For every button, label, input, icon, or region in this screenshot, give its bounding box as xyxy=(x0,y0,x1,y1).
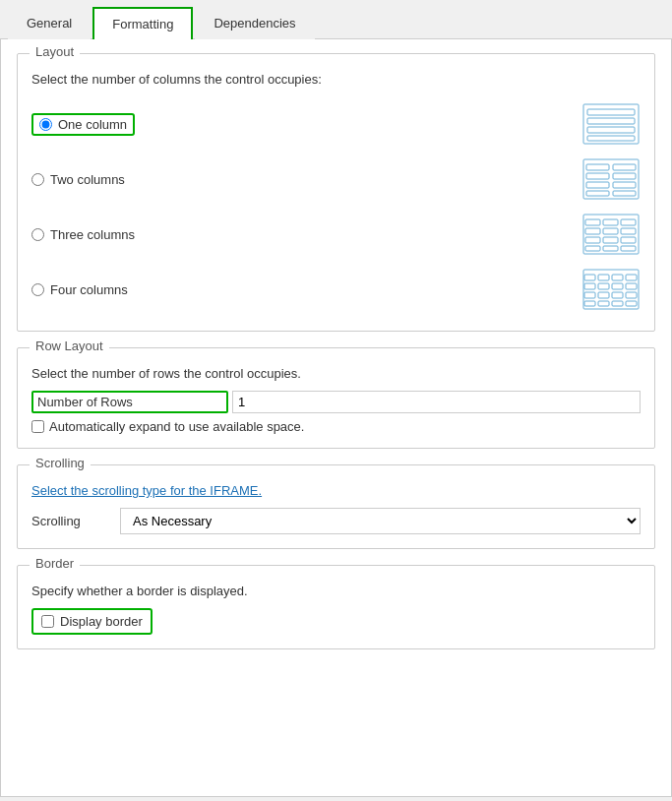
number-of-rows-label: Number of Rows xyxy=(37,395,133,409)
two-columns-option[interactable]: Two columns xyxy=(31,172,125,187)
svg-rect-26 xyxy=(621,246,636,251)
svg-rect-17 xyxy=(621,219,636,225)
scrolling-section-title: Scrolling xyxy=(30,456,91,470)
one-column-label[interactable]: One column xyxy=(58,117,127,132)
svg-rect-35 xyxy=(626,283,637,289)
four-columns-option[interactable]: Four columns xyxy=(31,282,128,297)
scrolling-select[interactable]: As Necessary Always Never xyxy=(120,508,641,534)
auto-expand-label[interactable]: Automatically expand to use available sp… xyxy=(49,419,304,434)
svg-rect-15 xyxy=(585,219,600,225)
number-of-rows-input[interactable] xyxy=(232,391,641,413)
svg-rect-16 xyxy=(603,219,618,225)
three-columns-option[interactable]: Three columns xyxy=(31,227,135,242)
svg-rect-31 xyxy=(626,275,637,280)
border-section-title: Border xyxy=(30,556,80,571)
layout-description: Select the number of columns the control… xyxy=(31,72,641,87)
display-border-checkbox[interactable] xyxy=(41,615,54,628)
scrolling-description: Select the scrolling type for the IFRAME… xyxy=(31,483,641,498)
one-column-radio[interactable] xyxy=(39,118,52,131)
svg-rect-22 xyxy=(603,237,618,243)
svg-rect-10 xyxy=(586,182,609,188)
number-of-rows-cell: Number of Rows xyxy=(31,391,228,413)
layout-row-four: Four columns xyxy=(31,262,641,317)
four-columns-radio[interactable] xyxy=(31,283,44,296)
svg-rect-34 xyxy=(612,283,623,289)
svg-rect-11 xyxy=(613,182,636,188)
svg-rect-29 xyxy=(598,275,609,280)
svg-rect-25 xyxy=(603,246,618,251)
svg-rect-38 xyxy=(612,292,623,298)
svg-rect-2 xyxy=(587,118,635,124)
scrolling-row: Scrolling As Necessary Always Never xyxy=(31,508,641,534)
svg-rect-20 xyxy=(621,228,636,234)
svg-rect-9 xyxy=(613,173,636,179)
layout-row-one: One column xyxy=(31,96,641,152)
border-section: Border Specify whether a border is displ… xyxy=(17,565,655,649)
scrolling-label: Scrolling xyxy=(31,514,110,528)
svg-rect-1 xyxy=(587,109,635,115)
layout-section: Layout Select the number of columns the … xyxy=(17,53,655,332)
two-columns-radio[interactable] xyxy=(31,173,44,186)
auto-expand-row: Automatically expand to use available sp… xyxy=(31,419,641,434)
scrolling-section: Scrolling Select the scrolling type for … xyxy=(17,464,655,549)
svg-rect-30 xyxy=(612,275,623,280)
svg-rect-32 xyxy=(584,283,595,289)
svg-rect-12 xyxy=(586,191,609,196)
border-description: Specify whether a border is displayed. xyxy=(31,584,641,598)
svg-rect-6 xyxy=(586,164,609,170)
row-layout-description: Select the number of rows the control oc… xyxy=(31,366,641,381)
one-column-grid-icon xyxy=(581,102,641,146)
layout-section-title: Layout xyxy=(30,44,80,59)
one-column-option[interactable]: One column xyxy=(31,113,135,136)
three-columns-radio[interactable] xyxy=(31,228,44,241)
four-columns-label[interactable]: Four columns xyxy=(50,282,128,297)
layout-row-two: Two columns xyxy=(31,152,641,207)
svg-rect-37 xyxy=(598,292,609,298)
display-border-row: Display border xyxy=(31,608,153,635)
tab-dependencies[interactable]: Dependencies xyxy=(195,7,314,39)
svg-rect-4 xyxy=(587,136,635,141)
layout-row-three: Three columns xyxy=(31,207,641,262)
auto-expand-checkbox[interactable] xyxy=(31,420,44,433)
svg-rect-19 xyxy=(603,228,618,234)
svg-rect-36 xyxy=(584,292,595,298)
svg-rect-33 xyxy=(598,283,609,289)
svg-rect-42 xyxy=(612,301,623,306)
four-columns-grid-icon xyxy=(581,268,641,311)
two-columns-grid-icon xyxy=(581,157,641,201)
svg-rect-23 xyxy=(621,237,636,243)
svg-rect-13 xyxy=(613,191,636,196)
svg-rect-40 xyxy=(584,301,595,306)
svg-rect-28 xyxy=(584,275,595,280)
two-columns-label[interactable]: Two columns xyxy=(50,172,125,187)
three-columns-label[interactable]: Three columns xyxy=(50,227,135,242)
row-layout-table: Number of Rows xyxy=(31,391,641,413)
main-content: Layout Select the number of columns the … xyxy=(0,39,672,797)
svg-rect-41 xyxy=(598,301,609,306)
row-layout-section: Row Layout Select the number of rows the… xyxy=(17,347,655,449)
svg-rect-21 xyxy=(585,237,600,243)
svg-rect-18 xyxy=(585,228,600,234)
tab-bar: General Formatting Dependencies xyxy=(0,0,672,39)
svg-rect-43 xyxy=(626,301,637,306)
layout-options: One column Two columns xyxy=(31,96,641,317)
tab-formatting[interactable]: Formatting xyxy=(92,7,193,39)
svg-rect-7 xyxy=(613,164,636,170)
row-layout-section-title: Row Layout xyxy=(30,339,109,353)
svg-rect-24 xyxy=(585,246,600,251)
tab-general[interactable]: General xyxy=(8,7,91,39)
display-border-label[interactable]: Display border xyxy=(60,614,143,629)
svg-rect-39 xyxy=(626,292,637,298)
svg-rect-8 xyxy=(586,173,609,179)
svg-rect-3 xyxy=(587,127,635,133)
three-columns-grid-icon xyxy=(581,213,641,256)
